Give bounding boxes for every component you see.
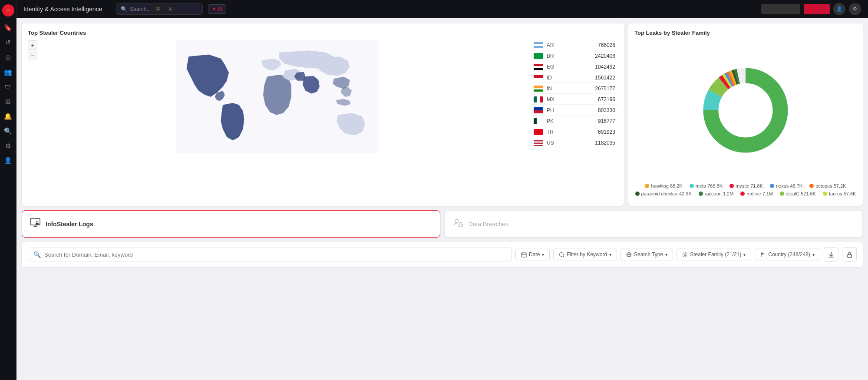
legend-label-stealc: stealC 521.6K (786, 191, 816, 196)
lock-button[interactable] (842, 247, 857, 262)
flag-icon (760, 252, 766, 258)
flag-mx (534, 96, 543, 102)
top-row: Top Stealer Countries + − (22, 23, 863, 206)
search-input[interactable] (44, 251, 506, 258)
flag-us (534, 140, 543, 146)
stealer-family-label: Stealer Family (21/21) (690, 251, 741, 258)
bottom-row: InfoStealer Logs Data Breaches (22, 210, 863, 238)
databreaches-tab[interactable]: Data Breaches (445, 210, 863, 238)
download-button[interactable] (824, 247, 838, 262)
stealer-family-chevron: ▾ (743, 252, 746, 257)
country-row-id: ID 1561422 (531, 73, 618, 83)
main-content: Identity & Access Intelligence 🔍 Search.… (17, 0, 868, 380)
country-row-pk: PK 916777 (531, 116, 618, 126)
map-panel-title: Top Stealer Countries (28, 30, 618, 36)
sidebar-icon-users[interactable]: 👥 (2, 66, 14, 78)
sidebar-icon-gear[interactable]: ⚙ (2, 140, 14, 152)
search-type-chevron: ▾ (665, 252, 667, 257)
global-search[interactable]: 🔍 Search... ⌘ K (116, 3, 203, 15)
legend-label-hawklog: hawklog 68.2K (651, 183, 682, 188)
keyword-filter-button[interactable]: Filter by Keyword ▾ (553, 248, 617, 261)
monitor-lock-icon (29, 217, 41, 229)
count-id: 1561422 (595, 75, 615, 81)
keyword-filter-label: Filter by Keyword (567, 251, 607, 258)
code-ph: PH (547, 107, 557, 113)
header: Identity & Access Intelligence 🔍 Search.… (17, 0, 868, 18)
content-area: Top Stealer Countries + − (17, 18, 868, 380)
donut-area (634, 40, 857, 180)
date-filter-chevron: ▾ (542, 252, 544, 257)
svg-point-12 (719, 83, 772, 137)
app-logo[interactable]: ○ (2, 4, 14, 17)
filter-icon (559, 252, 564, 258)
country-row-in: IN 2675177 (531, 84, 618, 94)
legend-label-paranoid: paranoid checker 42.9K (641, 191, 692, 196)
flag-eg (534, 64, 543, 70)
country-row-br: BR 2420406 (531, 51, 618, 61)
sidebar-icon-refresh[interactable]: ↺ (2, 36, 14, 49)
sidebar: ○ 🔖 ↺ ◎ 👥 🛡 ⊞ 🔔 🔍 ⚙ 👤 (0, 0, 17, 380)
code-in: IN (547, 86, 557, 92)
legend-hawklog: hawklog 68.2K (645, 183, 682, 188)
shortcut-k: K (166, 6, 174, 13)
svg-point-29 (683, 252, 687, 257)
shortcut-cmd: ⌘ (153, 5, 163, 13)
donut-panel: Top Leaks by Stealer Family (628, 23, 863, 206)
calendar-icon (521, 252, 527, 258)
search-type-label: Search Type (634, 251, 663, 258)
search-placeholder: Search... (130, 6, 151, 12)
sidebar-icon-shield[interactable]: 🛡 (2, 81, 14, 93)
flag-pk (534, 118, 543, 124)
legend-label-raccoon: raccoon 1.2M (705, 191, 734, 196)
zoom-in-button[interactable]: + (28, 40, 37, 50)
count-ph: 803330 (598, 107, 615, 113)
donut-chart (698, 63, 793, 158)
databreaches-tab-header: Data Breaches (445, 211, 863, 237)
sidebar-icon-bell[interactable]: 🔔 (2, 110, 14, 122)
download-icon (828, 251, 835, 258)
map-panel: Top Stealer Countries + − (22, 23, 624, 206)
svg-line-24 (563, 256, 564, 257)
sidebar-icon-search[interactable]: 🔍 (2, 125, 14, 137)
sidebar-icon-bookmark[interactable]: 🔖 (2, 22, 14, 34)
flag-ar (534, 42, 543, 48)
flag-tr (534, 129, 543, 135)
header-badge (804, 4, 830, 14)
count-us: 1182035 (595, 140, 615, 146)
country-list: AR 766026 BR 2420406 EG 1042492 (531, 40, 618, 200)
legend-dot-octopus (809, 184, 814, 188)
svg-rect-33 (848, 254, 851, 258)
map-content: + − (28, 40, 618, 200)
count-mx: 673196 (598, 96, 615, 102)
search-icon: 🔍 (121, 6, 127, 12)
legend-dot-stealc (780, 192, 784, 196)
map-controls: + − (28, 40, 37, 60)
legend-label-redline: redline 7.1M (746, 191, 773, 196)
country-row-mx: MX 673196 (531, 95, 618, 105)
globe-icon (626, 252, 632, 258)
user-avatar[interactable]: 👤 (833, 3, 845, 15)
zoom-out-button[interactable]: − (28, 51, 37, 60)
country-row-eg: EG 1042492 (531, 62, 618, 72)
sidebar-icon-layers[interactable]: ⊞ (2, 96, 14, 108)
legend-paranoid: paranoid checker 42.9K (635, 191, 692, 196)
legend-stealc: stealC 521.6K (780, 191, 816, 196)
sidebar-icon-user[interactable]: 👤 (2, 155, 14, 167)
country-filter-button[interactable]: Country (248/248) ▾ (755, 248, 820, 261)
sidebar-icon-target[interactable]: ◎ (2, 51, 14, 63)
user-avatar-2[interactable]: ⚙ (849, 3, 861, 15)
infostealer-tab[interactable]: InfoStealer Logs (22, 210, 440, 238)
keyword-filter-chevron: ▾ (609, 252, 611, 257)
count-tr: 691923 (598, 129, 615, 135)
legend-dot-redline (740, 192, 745, 196)
search-input-wrap[interactable]: 🔍 (28, 248, 512, 261)
country-row-ar: AR 766026 (531, 40, 618, 50)
count-br: 2420406 (595, 53, 615, 59)
search-type-button[interactable]: Search Type ▾ (620, 248, 673, 261)
legend-taurus: taurus 57.6K (823, 191, 856, 196)
legend-octopus: octopus 57.2K (809, 183, 846, 188)
ai-badge[interactable]: ✦ AI (208, 4, 226, 14)
stealer-family-button[interactable]: Stealer Family (21/21) ▾ (677, 248, 751, 261)
date-filter-button[interactable]: Date ▾ (515, 248, 550, 261)
lock-icon (846, 251, 853, 258)
